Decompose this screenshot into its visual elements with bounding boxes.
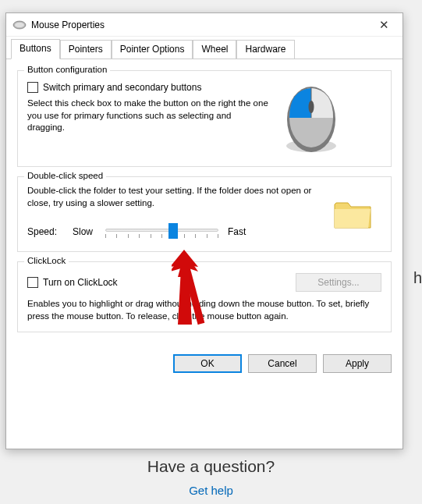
tab-pointer-options[interactable]: Pointer Options	[112, 40, 193, 59]
group-clicklock: ClickLock Turn on ClickLock Settings... …	[17, 261, 392, 332]
mouse-illustration	[278, 79, 345, 157]
tab-hardware[interactable]: Hardware	[236, 40, 294, 59]
slider-track	[105, 229, 218, 232]
apply-button[interactable]: Apply	[323, 354, 392, 373]
tab-wheel[interactable]: Wheel	[193, 40, 236, 59]
background-text: h	[413, 269, 422, 287]
window-title: Mouse Properties	[31, 20, 368, 30]
clicklock-settings-button: Settings...	[296, 273, 381, 292]
group-button-configuration: Button configuration Switch primary and …	[17, 70, 392, 167]
checkbox-label: Switch primary and secondary buttons	[43, 82, 201, 93]
folder-icon	[332, 197, 373, 231]
tab-buttons[interactable]: Buttons	[11, 39, 60, 59]
close-button[interactable]: ✕	[368, 14, 399, 36]
mouse-icon	[12, 20, 27, 30]
group-legend: ClickLock	[24, 256, 69, 265]
tab-page-buttons: Button configuration Switch primary and …	[6, 59, 402, 350]
tab-pointers[interactable]: Pointers	[60, 40, 112, 59]
tabstrip: Buttons Pointers Pointer Options Wheel H…	[6, 37, 402, 59]
slider-ticks	[105, 234, 218, 238]
dialog-button-row: OK Cancel Apply	[6, 354, 402, 384]
svg-point-1	[15, 22, 24, 27]
footer-question: Have a question?	[0, 457, 422, 476]
cancel-button[interactable]: Cancel	[248, 354, 317, 373]
fast-label: Fast	[228, 226, 256, 237]
double-click-desc: Double-click the folder to test your set…	[27, 185, 314, 209]
group-double-click-speed: Double-click speed Double-click the fold…	[17, 176, 392, 252]
group-legend: Button configuration	[24, 65, 110, 74]
checkbox-label: Turn on ClickLock	[43, 277, 118, 288]
button-config-desc: Select this check box to make the button…	[27, 98, 269, 134]
titlebar: Mouse Properties ✕	[6, 13, 402, 37]
speed-label: Speed:	[27, 226, 68, 237]
folder-test-area[interactable]	[323, 186, 381, 241]
mouse-properties-dialog: Mouse Properties ✕ Buttons Pointers Poin…	[5, 12, 403, 449]
checkbox-clicklock[interactable]	[27, 277, 38, 288]
svg-point-6	[309, 101, 314, 113]
slider-thumb[interactable]	[168, 223, 178, 239]
ok-button[interactable]: OK	[173, 354, 242, 373]
clicklock-desc: Enables you to highlight or drag without…	[27, 298, 381, 322]
checkbox-switch-buttons[interactable]	[27, 82, 38, 93]
footer: Have a question? Get help	[0, 457, 422, 497]
get-help-link[interactable]: Get help	[0, 484, 422, 497]
double-click-speed-slider[interactable]	[105, 222, 218, 242]
group-legend: Double-click speed	[24, 171, 106, 180]
slow-label: Slow	[73, 226, 101, 237]
